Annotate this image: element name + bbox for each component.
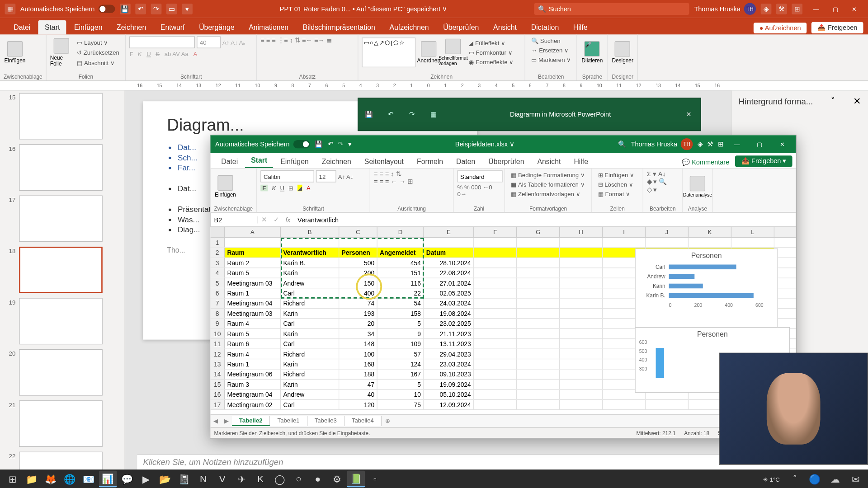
cell[interactable]: Carl: [281, 339, 339, 348]
cell[interactable]: 10: [377, 389, 424, 399]
xl-user[interactable]: Thomas Hruska TH: [631, 138, 693, 150]
tools-icon[interactable]: ⚒: [776, 4, 787, 14]
cell[interactable]: Carl: [281, 319, 339, 328]
cell[interactable]: [474, 248, 517, 258]
cell[interactable]: [560, 309, 603, 318]
cell[interactable]: Meetingraum 03: [225, 278, 281, 288]
cell[interactable]: 54: [377, 299, 424, 308]
name-box[interactable]: B2: [211, 216, 258, 223]
chevron-down-icon[interactable]: ˅: [830, 95, 835, 107]
maximize-button[interactable]: ▢: [826, 3, 844, 15]
taskbar-outlook-icon[interactable]: 📧: [80, 471, 98, 488]
taskbar-app-icon[interactable]: ▫: [366, 471, 384, 488]
row-header[interactable]: 5: [211, 278, 225, 288]
font-size[interactable]: [316, 170, 336, 182]
cell[interactable]: [560, 389, 603, 399]
arrange-button[interactable]: Anordnen: [417, 36, 440, 68]
cell[interactable]: [517, 278, 560, 288]
cell[interactable]: 124: [377, 359, 424, 369]
cell[interactable]: [517, 319, 560, 328]
cell[interactable]: Raum 5: [225, 329, 281, 338]
row-header[interactable]: 14: [211, 370, 225, 379]
row-header[interactable]: 6: [211, 288, 225, 298]
ribbon-tab-einfügen[interactable]: Einfügen: [67, 20, 108, 35]
cell[interactable]: 34: [339, 329, 377, 338]
slide-thumb[interactable]: 17: [5, 196, 120, 242]
confirm-icon[interactable]: ✓: [270, 216, 282, 223]
cell[interactable]: Raum 6: [225, 339, 281, 348]
tray-icon[interactable]: 🔵: [806, 471, 824, 488]
row-header[interactable]: 17: [211, 400, 225, 409]
cell[interactable]: Raum 4: [225, 349, 281, 359]
new-slide-button[interactable]: Neue Folie: [50, 36, 73, 68]
save-icon[interactable]: 💾: [362, 107, 376, 122]
designer-button[interactable]: Designer: [611, 36, 634, 68]
cell[interactable]: 47: [339, 380, 377, 389]
cell[interactable]: 193: [339, 309, 377, 318]
save-icon[interactable]: 💾: [315, 141, 323, 148]
more-icon[interactable]: ▾: [182, 4, 193, 14]
cell[interactable]: Karin: [281, 329, 339, 338]
redo-icon[interactable]: ↷: [151, 4, 161, 14]
cell[interactable]: [474, 349, 517, 359]
font-size[interactable]: [197, 36, 221, 48]
cell[interactable]: [424, 238, 474, 247]
cell[interactable]: Raum 4: [225, 319, 281, 328]
cell[interactable]: Carl: [281, 288, 339, 298]
ribbon-tab-zeichnen[interactable]: Zeichnen: [110, 20, 153, 35]
cell[interactable]: 9: [377, 329, 424, 338]
delete-cells-button[interactable]: ⊟ Löschen ∨: [595, 180, 639, 189]
replace-button[interactable]: ↔ Ersetzen ∨: [529, 46, 573, 55]
cell[interactable]: Raum: [225, 248, 281, 258]
diamond-icon[interactable]: ◈: [698, 141, 703, 148]
cell[interactable]: [474, 278, 517, 288]
window-icon[interactable]: ⊞: [792, 4, 802, 14]
cell[interactable]: [560, 370, 603, 379]
ribbon-tab-start[interactable]: Start: [245, 154, 273, 168]
sheet-tab[interactable]: Tabelle3: [307, 416, 344, 426]
cell[interactable]: 20: [339, 319, 377, 328]
grid[interactable]: ABCDEFGHIJKL 12RaumVerantwortlichPersone…: [211, 227, 796, 414]
cell[interactable]: 151: [377, 268, 424, 277]
search-icon[interactable]: 🔍: [618, 141, 626, 148]
as-table-button[interactable]: ▦ Als Tabelle formatieren ∨: [509, 180, 588, 189]
grid-icon[interactable]: ▦: [426, 107, 441, 122]
close-button[interactable]: ✕: [845, 3, 863, 15]
cell[interactable]: [560, 349, 603, 359]
doc-name[interactable]: PPT 01 Roter Faden 0... • Auf "diesem PC…: [197, 5, 529, 13]
ribbon-tab-überprüfen[interactable]: Überprüfen: [482, 155, 530, 168]
cell[interactable]: [377, 238, 424, 247]
cell[interactable]: 21.11.2023: [424, 329, 474, 338]
taskbar-onenote-n-icon[interactable]: N: [194, 471, 212, 488]
cell[interactable]: Karin B.: [281, 258, 339, 267]
diamond-icon[interactable]: ◈: [761, 4, 772, 14]
row-header[interactable]: 15: [211, 380, 225, 389]
close-icon[interactable]: ✕: [853, 95, 861, 107]
cell[interactable]: 109: [377, 339, 424, 348]
col-header[interactable]: E: [424, 227, 474, 237]
cell[interactable]: 500: [339, 258, 377, 267]
cell[interactable]: 148: [339, 339, 377, 348]
cell[interactable]: Raum 3: [225, 380, 281, 389]
autosave-toggle[interactable]: [98, 5, 115, 13]
sheet-tab[interactable]: Tabelle4: [344, 416, 382, 426]
cell[interactable]: Meetingraum 03: [225, 309, 281, 318]
shapes-gallery[interactable]: ▭○△↗⬡{⬠☆: [362, 38, 416, 67]
cell[interactable]: 100: [339, 349, 377, 359]
ribbon-tab-formeln[interactable]: Formeln: [411, 155, 449, 168]
font-select[interactable]: [129, 36, 195, 48]
ribbon-tab-bildschirmpräsentation[interactable]: Bildschirmpräsentation: [296, 20, 382, 35]
cell[interactable]: [560, 248, 603, 258]
cell[interactable]: 5: [377, 380, 424, 389]
section-button[interactable]: ▤Abschnitt ∨: [75, 58, 122, 67]
slide-thumb[interactable]: 16: [5, 144, 120, 191]
cell[interactable]: [603, 400, 646, 409]
cell[interactable]: 454: [377, 258, 424, 267]
cell[interactable]: Datum: [424, 248, 474, 258]
cell[interactable]: Raum 2: [225, 258, 281, 267]
cell[interactable]: 22: [377, 288, 424, 298]
cell[interactable]: 188: [339, 370, 377, 379]
cell[interactable]: [474, 258, 517, 267]
taskbar-vlc-icon[interactable]: ▶: [137, 471, 155, 488]
cell[interactable]: [474, 299, 517, 308]
